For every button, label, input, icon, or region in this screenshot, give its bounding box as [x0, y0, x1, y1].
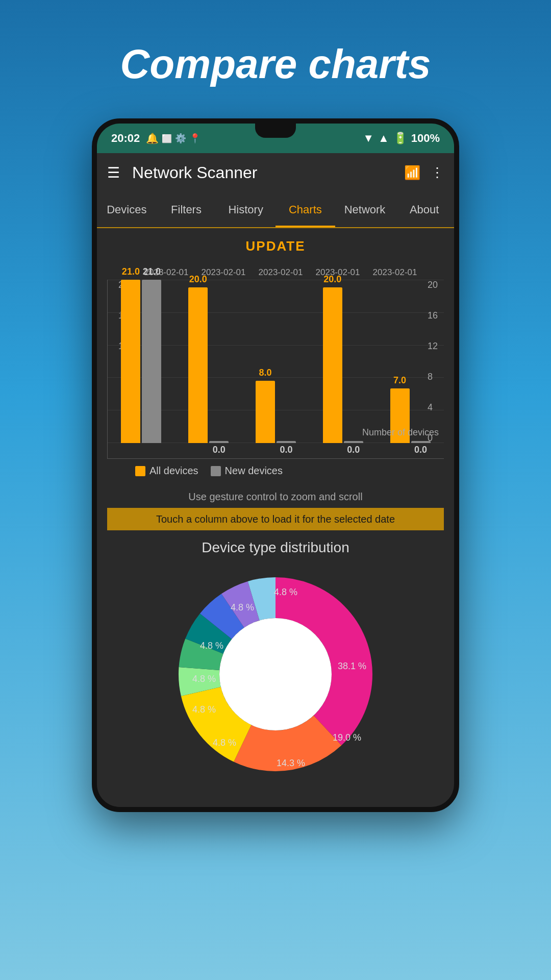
- chart-legend: All devices New devices: [107, 459, 444, 481]
- app-title: Network Scanner: [132, 163, 404, 182]
- bar-1-all[interactable]: 21.0: [121, 280, 140, 443]
- legend-color-all: [135, 466, 145, 476]
- date-5: 2023-02-01: [367, 267, 423, 278]
- camera-notch: [255, 124, 296, 138]
- bar-group-1[interactable]: 21.0 21.0: [121, 280, 161, 443]
- legend-all-label: All devices: [149, 465, 198, 477]
- y-axis-right: 0 4 8 12 16 20: [423, 280, 444, 444]
- menu-icon[interactable]: ☰: [107, 164, 120, 181]
- tab-network[interactable]: Network: [335, 192, 395, 227]
- signal-icon: ▲: [378, 132, 389, 145]
- bar-2-new[interactable]: 0.0: [209, 441, 229, 443]
- bar-group-2[interactable]: 20.0 0.0: [188, 287, 229, 443]
- tab-filters[interactable]: Filters: [157, 192, 216, 227]
- tab-about[interactable]: About: [394, 192, 454, 227]
- bar-group-4[interactable]: 20.0 0.0: [323, 287, 363, 443]
- legend-new-devices: New devices: [211, 465, 283, 477]
- content-area: UPDATE 2023-02-01 2023-02-01 2023-02-01 …: [97, 228, 454, 807]
- bar-1-new[interactable]: 21.0: [142, 280, 161, 443]
- legend-new-label: New devices: [225, 465, 283, 477]
- update-label: UPDATE: [107, 238, 444, 254]
- tab-bar: Devices Filters History Charts Network A…: [97, 192, 454, 228]
- status-time: 20:02: [111, 132, 140, 145]
- bar-3-new[interactable]: 0.0: [277, 441, 296, 443]
- square-icon: ⬜: [162, 134, 172, 143]
- tab-devices[interactable]: Devices: [97, 192, 157, 227]
- label-purple: 4.8 %: [231, 602, 254, 612]
- donut-svg: 38.1 % 19.0 % 14.3 % 4.8 % 4.8 % 4.8 % 4…: [163, 562, 388, 787]
- touch-hint: Touch a column above to load it for the …: [107, 508, 444, 530]
- bar-3-all[interactable]: 8.0: [256, 381, 275, 443]
- gesture-hint: Use gesture control to zoom and scroll: [107, 486, 444, 508]
- tab-history[interactable]: History: [216, 192, 276, 227]
- location-icon: 📍: [189, 133, 201, 144]
- label-lightblue: 4.8 %: [274, 587, 297, 597]
- battery-icon: 🔋: [393, 132, 407, 145]
- wifi-icon: ▼: [363, 132, 374, 145]
- phone-mockup: 20:02 🔔 ⬜ ⚙️ 📍 ▼ ▲ 🔋 100% ☰ Network Scan…: [92, 118, 459, 812]
- bar-4-new[interactable]: 0.0: [344, 441, 363, 443]
- app-bar: ☰ Network Scanner 📶 ⋮: [97, 153, 454, 192]
- bar-chart[interactable]: 2023-02-01 2023-02-01 2023-02-01 2023-02…: [107, 262, 444, 486]
- label-blue: 4.8 %: [200, 641, 223, 651]
- label-green: 4.8 %: [192, 704, 216, 715]
- page-title: Compare charts: [120, 41, 431, 88]
- label-yellow: 14.3 %: [277, 758, 305, 768]
- bars-area: 21.0 21.0 20.0 0.0: [107, 280, 444, 459]
- wifi-status-icon[interactable]: 📶: [404, 165, 420, 181]
- settings-icon: ⚙️: [175, 133, 186, 144]
- more-options-icon[interactable]: ⋮: [431, 165, 444, 181]
- tab-charts[interactable]: Charts: [276, 192, 335, 227]
- bar-group-3[interactable]: 8.0 0.0: [256, 381, 296, 443]
- bar-2-all[interactable]: 20.0: [188, 287, 208, 443]
- donut-chart: 38.1 % 19.0 % 14.3 % 4.8 % 4.8 % 4.8 % 4…: [107, 562, 444, 797]
- bar-4-all[interactable]: 20.0: [323, 287, 342, 443]
- donut-center: [219, 618, 332, 730]
- label-teal: 4.8 %: [192, 674, 216, 684]
- label-orange: 19.0 %: [333, 732, 361, 743]
- label-lightgreen: 4.8 %: [213, 738, 236, 748]
- bell-icon: 🔔: [146, 132, 159, 144]
- battery-level: 100%: [411, 132, 440, 145]
- date-3: 2023-02-01: [253, 267, 309, 278]
- legend-all-devices: All devices: [135, 465, 198, 477]
- label-pink: 38.1 %: [338, 661, 366, 671]
- legend-color-new: [211, 466, 221, 476]
- distribution-title: Device type distribution: [107, 530, 444, 562]
